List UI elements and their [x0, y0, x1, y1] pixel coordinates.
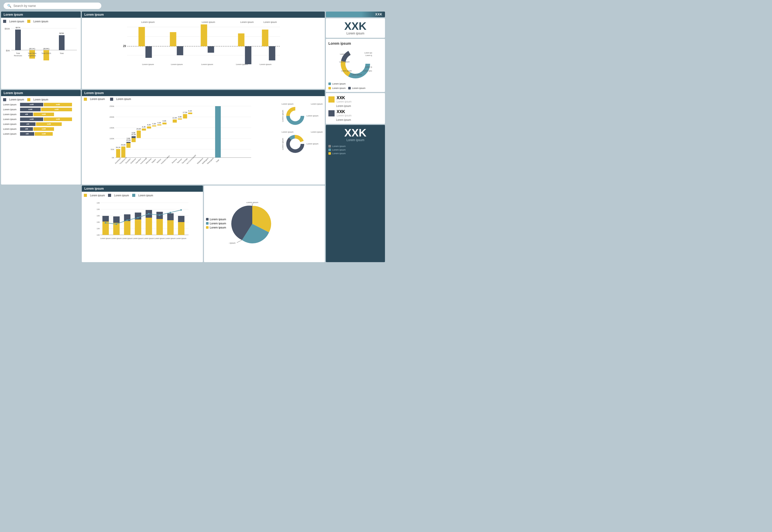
sidebar: XXK XXK Lorem ipsum Lorem ipsum — [326, 12, 385, 262]
svg-text:Lorem ipsum: Lorem ipsum — [100, 237, 111, 240]
hbar-yellow-6: xxM — [33, 127, 54, 131]
sidebar-donut-title: Lorem ipsum — [328, 41, 382, 45]
bar-chart-2-svg: Z0 Lorem ipsum Lorem ipsum Lorem ipsum — [85, 19, 322, 68]
sb-legend-3-label: Lorem ipsum — [352, 87, 365, 89]
svg-rect-12 — [43, 50, 49, 60]
svg-text:$50K: $50K — [5, 27, 10, 30]
pie-legend-1: Lorem ipsum — [206, 218, 226, 221]
donut1-bottom-label: Lorem ipsum — [306, 115, 318, 117]
sb-yellow-block-2 — [328, 96, 334, 103]
svg-text:Revenues: Revenues — [14, 55, 22, 57]
legend4-yellow-icon — [84, 98, 87, 101]
svg-rect-61 — [126, 142, 131, 143]
svg-text:$29K: $29K — [59, 32, 64, 34]
svg-text:34,1K: 34,1K — [116, 146, 121, 148]
hbar-row-1: Lorem ipsum xxM xxM — [3, 103, 79, 106]
donut-1: Lorem ipsum Lorem ipsum Lorem ipsum Lore… — [281, 103, 323, 126]
hbar-bars-2: xxM xxM — [20, 108, 79, 111]
svg-text:($16K): ($16K) — [43, 48, 49, 50]
card3-legend: Lorem ipsum Lorem ipsum — [3, 98, 79, 101]
svg-text:29,9K: 29,9K — [136, 128, 141, 130]
svg-text:3,6K: 3,6K — [178, 116, 182, 118]
svg-text:10K: 10K — [97, 234, 100, 236]
svg-text:Z0: Z0 — [123, 45, 126, 48]
dark-legend-3-label: Lorem ipsum — [332, 152, 345, 155]
donut2-top-label: Lorem ipsum — [281, 131, 293, 133]
hbar-row-4: Lorem ipsum xxM xxM — [3, 117, 79, 121]
sb-item-3: XXK Lorem ipsum — [328, 109, 382, 117]
svg-rect-60 — [126, 143, 131, 148]
svg-rect-128 — [124, 221, 130, 235]
svg-rect-15 — [59, 35, 65, 50]
svg-text:Lorem ipsum: Lorem ipsum — [240, 21, 253, 23]
hbar-yellow-2: xxM — [41, 108, 72, 111]
sb-title-3: XXK — [336, 109, 351, 114]
pie-dot-yellow — [206, 226, 208, 229]
hbar-dark-2: xxM — [20, 108, 41, 111]
svg-rect-27 — [170, 32, 176, 46]
svg-text:6,8K: 6,8K — [132, 132, 135, 134]
sidebar-dark-xxk: XXK — [328, 127, 382, 138]
svg-point-146 — [169, 212, 171, 213]
card2-body: Z0 Lorem ipsum Lorem ipsum Lorem ipsum — [82, 18, 325, 70]
svg-rect-57 — [121, 146, 125, 158]
svg-rect-97 — [188, 113, 192, 114]
hbar-yellow-4: xxM — [44, 117, 72, 121]
svg-point-107 — [290, 111, 300, 121]
svg-text:Lorem ipsum: Lorem ipsum — [229, 242, 235, 244]
svg-text:Total: Total — [16, 52, 20, 54]
svg-rect-40 — [269, 46, 275, 60]
hbar-label-6: Lorem ipsum — [3, 128, 19, 130]
svg-text:Lorem ipsum: Lorem ipsum — [259, 63, 271, 66]
card-staircase: Lorem ipsum Lorem ipsum Lorem ipsum 250K… — [82, 90, 325, 185]
sidebar-donut-legend-2: Lorem ipsum — [328, 87, 345, 89]
pie-dot-teal — [206, 222, 208, 225]
donut1-svg — [285, 106, 305, 126]
svg-rect-73 — [142, 129, 146, 131]
svg-point-111 — [290, 139, 300, 149]
svg-rect-82 — [157, 124, 161, 125]
svg-point-144 — [148, 213, 149, 215]
top-bar: 🔍 — [0, 0, 386, 12]
card1-header: Lorem ipsum — [1, 12, 81, 18]
hbar-yellow-7: xxM — [35, 132, 53, 136]
svg-text:Lorem ipsum: Lorem ipsum — [142, 63, 154, 66]
svg-rect-76 — [147, 126, 151, 129]
donut2-bottom-label: Lorem ipsum — [306, 143, 318, 145]
svg-rect-132 — [145, 218, 152, 235]
search-box[interactable]: 🔍 — [4, 3, 101, 9]
svg-rect-138 — [178, 222, 184, 235]
sb-text-3: XXK Lorem ipsum — [336, 109, 351, 117]
card5-legend: Lorem ipsum Lorem ipsum Lorem ipsum — [84, 194, 201, 197]
donut1-top-label: Lorem ipsum — [281, 103, 293, 105]
svg-rect-85 — [162, 123, 167, 124]
dark-legend-2: Lorem ipsum — [328, 149, 382, 151]
pie-label-1: Lorem ipsum — [210, 218, 226, 221]
card5-body: Lorem ipsum Lorem ipsum Lorem ipsum 10K … — [82, 192, 203, 243]
svg-rect-103 — [215, 106, 221, 158]
legend1-label: Lorem ipsum — [9, 20, 24, 23]
sidebar-xxk-1: XXK — [328, 21, 382, 32]
svg-rect-70 — [137, 131, 141, 138]
svg-rect-28 — [177, 46, 183, 55]
legend4-dark-icon — [110, 98, 113, 101]
svg-text:50K: 50K — [111, 148, 114, 151]
donut-2: Lorem ipsum Lorem ipsum Lorem ipsum Lore… — [281, 131, 323, 154]
pie-label-2: Lorem ipsum — [210, 222, 226, 225]
sb-legend-dark-icon — [348, 87, 351, 89]
svg-point-140 — [105, 222, 106, 224]
search-input[interactable] — [13, 4, 98, 8]
sb-sub-3: Lorem ipsum — [336, 114, 351, 117]
svg-text:Total Other: Total Other — [28, 52, 37, 54]
legend4-2-label: Lorem ipsum — [116, 98, 131, 100]
hbar-label-4: Lorem ipsum — [3, 118, 19, 121]
svg-text:Lorem ipsum: Lorem ipsum — [154, 237, 165, 240]
card-hbar: Lorem ipsum Lorem ipsum Lorem ipsum Lore… — [1, 90, 81, 185]
svg-text:4,3K: 4,3K — [157, 122, 161, 124]
svg-rect-25 — [145, 46, 152, 58]
pie-legend: Lorem ipsum Lorem ipsum Lorem ipsum — [206, 218, 226, 230]
svg-rect-125 — [102, 216, 109, 222]
legend2-label: Lorem ipsum — [33, 20, 48, 23]
card-revenue: Lorem ipsum Lorem ipsum Lorem ipsum $50K… — [1, 12, 81, 89]
card4-header: Lorem ipsum — [82, 90, 325, 96]
